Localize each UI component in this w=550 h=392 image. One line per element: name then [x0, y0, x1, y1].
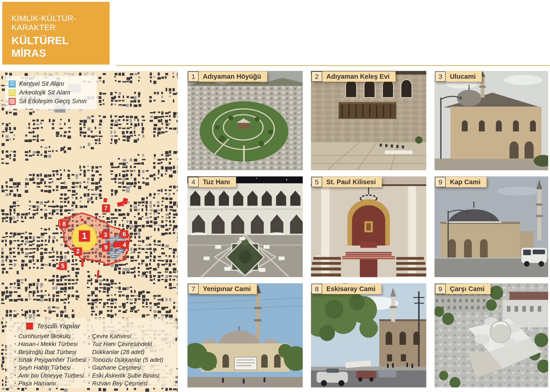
header-box: KİMLİK-KÜLTÜR-KARAKTER KÜLTÜREL MİRAS — [2, 2, 109, 64]
legend-row-arkeolojik: Arkeolojik Sit Alanı — [9, 89, 94, 96]
map-marker-5: 5 — [59, 262, 67, 270]
photo-number: 8 — [311, 284, 322, 294]
registered-buildings-legend: Tescilli Yapılar Cumhuriyet İlkokulu Has… — [7, 318, 175, 388]
photo-kap-cami-image — [434, 176, 548, 277]
registered-columns: Cumhuriyet İlkokulu Hasan-i Mekki Türbes… — [13, 332, 171, 387]
map-marker-9: 9 — [102, 244, 110, 251]
city-map: Kentsel Sit Alanı Arkeolojik Sit Alanı S… — [0, 71, 178, 392]
photo-number: 4 — [188, 177, 199, 187]
photo-title: Kap Cami — [446, 177, 486, 187]
list-item: Eski Askerlik Şube Binası — [87, 372, 171, 379]
registered-title-row: Tescilli Yapılar — [26, 322, 171, 330]
photo-title: St. Paul Kilisesi — [322, 177, 382, 187]
photo-title: Ulucami — [446, 71, 482, 82]
photo-title: Adıyaman Höyüğü — [199, 71, 267, 82]
photo-title: Adıyaman Keleş Evi — [322, 71, 396, 82]
map-marker-7: 7 — [102, 204, 110, 212]
header-kicker: KİMLİK-KÜLTÜR-KARAKTER — [11, 14, 109, 32]
photo-title: Tuz Hanı — [199, 177, 236, 187]
legend-label: Arkeolojik Sit Alanı — [19, 89, 70, 96]
map-legend: Kentsel Sit Alanı Arkeolojik Sit Alanı S… — [6, 76, 97, 109]
map-marker-4: 4 — [121, 241, 128, 249]
photo-yenipinar-cami-image — [188, 283, 303, 387]
photo-title: Çarşı Cami — [446, 284, 491, 294]
list-item: Amr bin Ümeyye Türbesi — [13, 372, 87, 379]
photo-label: 1 Adıyaman Höyüğü — [188, 71, 267, 82]
registered-col2: Çevre Kahvesi Tuz Hanı Çevresindeki Dükk… — [87, 332, 171, 387]
photo-number: 9 — [435, 284, 446, 294]
list-item: Çevre Kahvesi — [87, 332, 171, 340]
map-marker-6: 6 — [120, 230, 128, 238]
photo-label: 2 Adıyaman Keleş Evi — [311, 71, 396, 82]
photo-label: 9 Kap Cami — [435, 177, 486, 187]
page-title-line1: KÜLTÜREL — [11, 34, 109, 47]
photo-title: Eskisaray Cami — [322, 284, 381, 294]
legend-label: Sit Etkileşim Geçiş Sınırı — [19, 98, 87, 105]
page-title: KÜLTÜREL MİRAS — [11, 34, 109, 59]
list-item: İshak Peygamber Türbesi — [13, 356, 87, 364]
list-item: Beşiroğlu İbat Türbesi — [13, 348, 87, 356]
photo-card-yenipinar-cami: 7 Yenipınar Cami — [188, 283, 303, 387]
photo-number: 1 — [188, 71, 199, 82]
photo-number: 9 — [435, 177, 446, 187]
list-item: Paşa Hamamı — [13, 379, 87, 387]
list-item: Hasan-i Mekki Türbesi — [13, 340, 87, 348]
photo-carsi-cami-image — [434, 283, 548, 387]
photo-label: 7 Yenipınar Cami — [188, 284, 257, 294]
photo-card-tuz-hani: 4 Tuz Hanı — [188, 176, 303, 277]
photo-title: Yenipınar Cami — [199, 284, 257, 294]
list-item: Cumhuriyet İlkokulu — [13, 332, 87, 340]
list-item: Tuz Hanı Çevresindeki Dükkanlar (28 adet… — [87, 340, 171, 356]
list-item: Şeyh Habip Türbesi — [13, 364, 87, 371]
poster-page: KİMLİK-KÜLTÜR-KARAKTER KÜLTÜREL MİRAS — [0, 0, 550, 392]
top-rule — [116, 65, 550, 66]
photo-label: 3 Ulucami — [435, 71, 482, 82]
kentsel-sit-swatch-icon — [9, 81, 15, 87]
legend-row-kentsel: Kentsel Sit Alanı — [9, 80, 94, 87]
photo-st-paul-image — [311, 176, 426, 277]
photo-ulucami-image — [434, 71, 548, 170]
photo-adiyaman-hoyugu-image — [188, 71, 303, 170]
page-title-line2: MİRAS — [11, 47, 109, 59]
photo-number: 7 — [188, 284, 199, 294]
photo-number: 3 — [435, 71, 446, 82]
registered-col1: Cumhuriyet İlkokulu Hasan-i Mekki Türbes… — [13, 332, 87, 387]
map-marker-3: 3 — [101, 231, 109, 239]
photo-label: 9 Çarşı Cami — [435, 284, 491, 294]
photo-eskisaray-cami-image — [311, 283, 426, 387]
tescilli-swatch-icon — [26, 323, 33, 329]
legend-row-etkilesim: Sit Etkileşim Geçiş Sınırı — [9, 98, 94, 105]
photo-card-adiyaman-hoyugu: 1 Adıyaman Höyüğü — [188, 71, 303, 170]
map-marker-2: 2 — [74, 247, 82, 255]
photo-card-carsi-cami: 9 Çarşı Cami — [434, 283, 548, 387]
photo-tuz-hani-image — [188, 176, 303, 277]
list-item: Gazhane Çeşmesi — [87, 364, 171, 371]
photo-card-keles-evi: 2 Adıyaman Keleş Evi — [311, 71, 426, 170]
photo-label: 4 Tuz Hanı — [188, 177, 236, 187]
map-marker-8: 8 — [60, 220, 68, 228]
photo-card-st-paul: 5 St. Paul Kilisesi — [311, 176, 426, 277]
map-marker-1: 1 — [79, 231, 90, 241]
list-item: Tonozlu Dükkanlar (5 adet) — [87, 356, 171, 364]
sit-etkilesim-swatch-icon — [9, 98, 15, 105]
registered-title: Tescilli Yapılar — [37, 322, 80, 330]
arkeolojik-sit-swatch-icon — [9, 89, 15, 96]
photo-number: 5 — [311, 177, 322, 187]
photo-label: 5 St. Paul Kilisesi — [311, 177, 382, 187]
photo-card-kap-cami: 9 Kap Cami — [434, 176, 548, 277]
photo-grid: 1 Adıyaman Höyüğü — [188, 71, 548, 387]
list-item: Rızvan Bey Çeşmesi — [87, 379, 171, 387]
photo-card-eskisaray-cami: 8 Eskisaray Cami — [311, 283, 426, 387]
photo-card-ulucami: 3 Ulucami — [434, 71, 548, 170]
photo-number: 2 — [311, 71, 322, 82]
photo-label: 8 Eskisaray Cami — [311, 284, 381, 294]
title-dash — [12, 66, 26, 68]
photo-keles-evi-image — [311, 71, 426, 170]
legend-label: Kentsel Sit Alanı — [19, 80, 64, 87]
